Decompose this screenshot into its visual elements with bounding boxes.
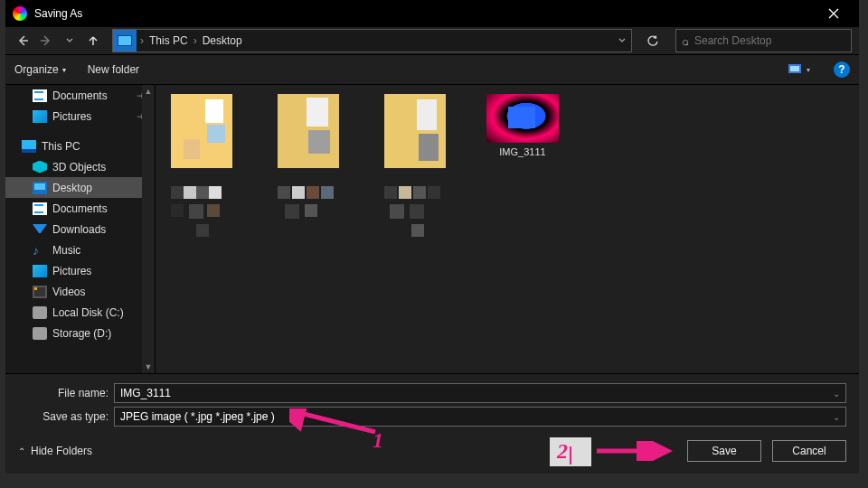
desktop-icon bbox=[33, 182, 47, 194]
file-thumb bbox=[486, 94, 559, 143]
chevron-right-icon: › bbox=[137, 34, 147, 47]
forward-button[interactable] bbox=[36, 31, 56, 51]
button-label: Cancel bbox=[792, 445, 826, 457]
view-options-icon bbox=[788, 63, 805, 76]
save-as-dialog: Saving As › This PC › Desktop ⌕ Organize… bbox=[5, 0, 859, 474]
file-item[interactable] bbox=[380, 186, 452, 239]
file-thumb bbox=[278, 94, 341, 168]
close-button[interactable] bbox=[816, 0, 852, 27]
sidebar-item-3d-objects[interactable]: 3D Objects bbox=[5, 156, 155, 177]
file-thumb bbox=[384, 94, 448, 168]
pictures-icon bbox=[33, 110, 47, 123]
file-item[interactable] bbox=[380, 94, 452, 168]
sidebar-label: Pictures bbox=[52, 265, 91, 277]
sidebar-label: Videos bbox=[52, 286, 85, 298]
save-fields: File name: IMG_3111 ⌄ Save as type: JPEG… bbox=[5, 374, 859, 432]
sidebar-item-downloads[interactable]: Downloads bbox=[5, 219, 155, 239]
cancel-button[interactable]: Cancel bbox=[772, 440, 846, 462]
sidebar-item-local-disk-c[interactable]: Local Disk (C:) bbox=[5, 302, 155, 323]
sidebar-label: Documents bbox=[52, 202, 108, 215]
file-thumb bbox=[384, 186, 448, 239]
file-item[interactable] bbox=[273, 186, 345, 239]
filetype-label: Save as type: bbox=[18, 410, 108, 423]
filename-row: File name: IMG_3111 ⌄ bbox=[18, 381, 846, 405]
chevron-down-icon[interactable]: ⌄ bbox=[833, 389, 840, 399]
document-icon bbox=[33, 202, 47, 215]
file-item[interactable] bbox=[166, 186, 239, 239]
music-icon: ♪ bbox=[33, 244, 47, 257]
document-icon bbox=[33, 89, 47, 102]
filename-label: File name: bbox=[18, 387, 108, 399]
chevron-down-icon: ▾ bbox=[62, 66, 66, 74]
chevron-up-icon: ⌃ bbox=[18, 446, 25, 456]
search-icon: ⌕ bbox=[682, 34, 689, 48]
file-label: IMG_3111 bbox=[499, 146, 545, 157]
pictures-icon bbox=[33, 265, 47, 277]
disk-icon bbox=[33, 306, 47, 319]
sidebar-item-pictures-quick[interactable]: Pictures📌 bbox=[5, 106, 155, 127]
sidebar-scrollbar[interactable]: ▲ ▼ bbox=[142, 85, 155, 373]
scroll-up-icon[interactable]: ▲ bbox=[145, 85, 153, 98]
chevron-down-icon: ▾ bbox=[807, 66, 810, 74]
view-options-button[interactable]: ▾ bbox=[787, 61, 812, 79]
svg-rect-1 bbox=[790, 66, 799, 71]
address-bar[interactable]: › This PC › Desktop bbox=[112, 29, 632, 52]
sidebar-item-pictures[interactable]: Pictures bbox=[5, 260, 155, 281]
nav-row: › This PC › Desktop ⌕ bbox=[5, 27, 859, 54]
sidebar-label: This PC bbox=[42, 140, 80, 153]
sidebar-item-desktop[interactable]: Desktop bbox=[5, 177, 155, 198]
dialog-body: Documents📌 Pictures📌 This PC 3D Objects … bbox=[5, 85, 859, 373]
up-button[interactable] bbox=[83, 31, 103, 51]
sidebar-label: Local Disk (C:) bbox=[52, 306, 124, 319]
back-button[interactable] bbox=[13, 31, 33, 51]
sidebar-item-this-pc[interactable]: This PC bbox=[5, 136, 155, 156]
breadcrumb-this-pc[interactable]: This PC bbox=[147, 34, 190, 47]
recent-dropdown[interactable] bbox=[60, 31, 80, 51]
address-history-button[interactable] bbox=[613, 37, 631, 44]
file-thumb bbox=[278, 186, 341, 239]
toolbar-label: New folder bbox=[88, 63, 139, 76]
sidebar-label: Desktop bbox=[52, 182, 92, 194]
downloads-icon bbox=[33, 224, 47, 237]
search-input[interactable] bbox=[694, 34, 845, 47]
sidebar-item-videos[interactable]: Videos bbox=[5, 281, 155, 302]
window-title: Saving As bbox=[34, 7, 82, 20]
hide-folders-button[interactable]: ⌃ Hide Folders bbox=[18, 445, 92, 457]
refresh-button[interactable] bbox=[639, 29, 666, 52]
toolbar-label: Organize bbox=[14, 63, 59, 76]
disk-icon bbox=[33, 327, 47, 340]
close-icon bbox=[828, 8, 839, 19]
sidebar-label: Downloads bbox=[52, 223, 106, 236]
file-thumb bbox=[171, 94, 234, 168]
file-item[interactable] bbox=[166, 94, 239, 168]
file-item-img-3111[interactable]: IMG_3111 bbox=[486, 94, 559, 168]
sidebar-label: Documents bbox=[52, 89, 108, 102]
organize-menu[interactable]: Organize ▾ bbox=[14, 63, 66, 76]
sidebar-item-documents-quick[interactable]: Documents📌 bbox=[5, 85, 155, 106]
filetype-value: JPEG image ( *.jpg *.jpeg *.jpe ) bbox=[120, 410, 275, 423]
sidebar-item-storage-d[interactable]: Storage (D:) bbox=[5, 323, 155, 343]
save-button[interactable]: Save bbox=[687, 440, 761, 462]
sidebar-label: Pictures bbox=[52, 110, 91, 123]
search-box[interactable]: ⌕ bbox=[675, 29, 852, 52]
help-button[interactable]: ? bbox=[834, 61, 850, 78]
sidebar-label: 3D Objects bbox=[52, 161, 106, 174]
breadcrumb-desktop[interactable]: Desktop bbox=[201, 34, 244, 47]
new-folder-button[interactable]: New folder bbox=[88, 63, 139, 76]
sidebar-label: Music bbox=[52, 244, 80, 257]
toolbar: Organize ▾ New folder ▾ ? bbox=[5, 54, 859, 85]
videos-icon bbox=[33, 286, 47, 298]
app-icon bbox=[13, 6, 27, 21]
filetype-select[interactable]: JPEG image ( *.jpg *.jpeg *.jpe ) ⌄ bbox=[114, 407, 846, 427]
filename-input[interactable]: IMG_3111 ⌄ bbox=[114, 383, 846, 403]
dialog-footer: ⌃ Hide Folders Save Cancel bbox=[5, 432, 859, 474]
this-pc-icon bbox=[22, 140, 36, 153]
sidebar-item-documents[interactable]: Documents bbox=[5, 198, 155, 219]
file-pane[interactable]: IMG_3111 bbox=[156, 85, 859, 373]
file-item[interactable] bbox=[273, 94, 345, 168]
sidebar-item-music[interactable]: ♪Music bbox=[5, 239, 155, 260]
button-label: Save bbox=[712, 445, 736, 457]
scroll-down-icon[interactable]: ▼ bbox=[145, 361, 153, 373]
titlebar: Saving As bbox=[5, 0, 859, 27]
chevron-down-icon[interactable]: ⌄ bbox=[833, 412, 840, 422]
